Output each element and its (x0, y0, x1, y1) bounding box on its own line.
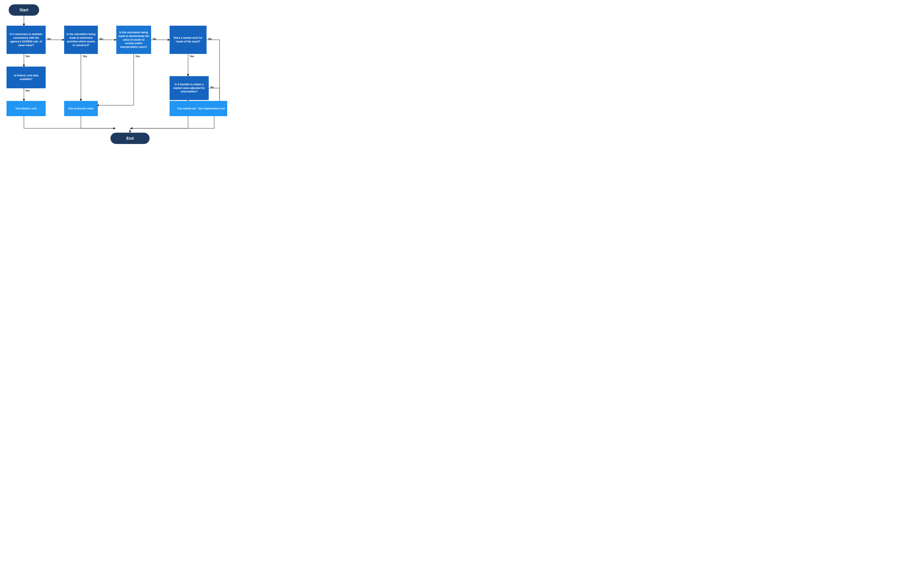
r4-node: Use replacement cost (196, 101, 227, 116)
q1-node: Is it necessary to maintain consistency … (7, 26, 46, 54)
label-q6-no: No (210, 86, 214, 89)
r1-node: Use historic cost (7, 101, 46, 116)
label-q3-yes: Yes (82, 55, 87, 58)
r2-node: Use economic value (64, 101, 98, 116)
q2-node: Is historic cost data available? (7, 66, 46, 88)
end-node: End (111, 133, 150, 144)
q6-node: Is it feasible to obtain a market value … (170, 76, 209, 100)
flowchart: Start Is it necessary to maintain consis… (0, 0, 231, 148)
label-q1-no: No (48, 37, 51, 40)
label-q4-yes: Yes (135, 55, 140, 58)
q3-node: Is the calculation being made to determi… (64, 26, 98, 54)
label-q4-no: No (153, 37, 156, 40)
label-q5-no: No (208, 37, 212, 40)
label-q1-yes: Yes (25, 55, 30, 58)
label-q3-no: No (99, 37, 103, 40)
start-node: Start (9, 4, 39, 16)
q4-node: Is the calculation being made to demonst… (116, 26, 151, 54)
label-q2-yes: Yes (25, 89, 30, 92)
label-q5-yes: Yes (190, 55, 194, 58)
q5-node: Does a market exist for resale of the as… (170, 26, 206, 54)
